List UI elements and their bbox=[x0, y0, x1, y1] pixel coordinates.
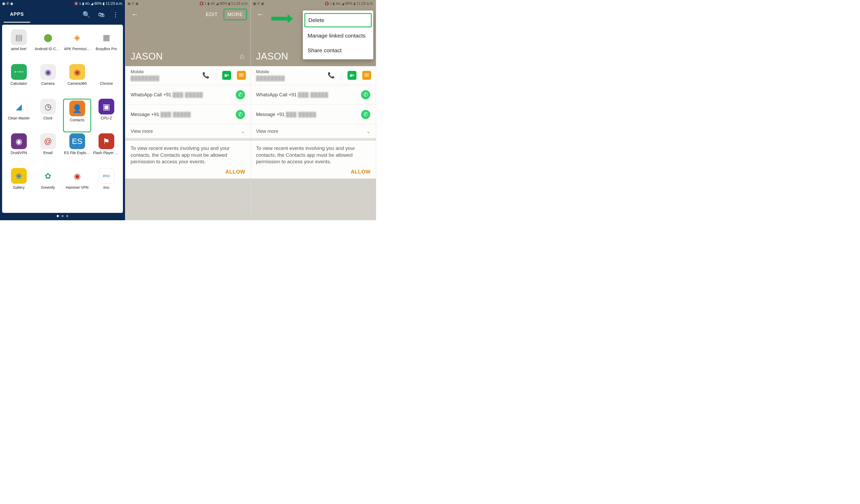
app-label: Camera bbox=[42, 81, 55, 86]
app-label: Contacts bbox=[70, 118, 84, 122]
whatsapp-icon[interactable]: ✆ bbox=[361, 109, 371, 119]
message-icon[interactable]: ✉ bbox=[362, 71, 371, 80]
svg-marker-1 bbox=[288, 14, 293, 23]
permission-text: To view recent events involving you and … bbox=[256, 145, 371, 165]
app-label: DroidVPN bbox=[11, 151, 27, 155]
app-imo[interactable]: imoimo bbox=[92, 168, 120, 202]
app-clean-master[interactable]: ◢Clean Master bbox=[5, 99, 33, 132]
tab-apps[interactable]: APPS bbox=[4, 7, 30, 23]
app-droidvpn[interactable]: ◉DroidVPN bbox=[5, 133, 33, 167]
call-icon[interactable]: 📞 bbox=[327, 71, 336, 80]
network-label: 4G bbox=[211, 2, 215, 5]
battery-pct: 80% bbox=[94, 1, 102, 5]
message-icon[interactable]: ✉ bbox=[237, 71, 246, 80]
status-bar: ▣ ✆ ◉ 🔇 1 ▮ 4G ◢ 80% ▮ 11:23 a.m. bbox=[0, 0, 125, 7]
status-bar: ▣ ✆ ◉ 🔇 1 ▮ 4G ◢ 80% ▮ 11:23 a.m. bbox=[125, 0, 250, 7]
signal-icon: ▮ bbox=[82, 2, 84, 5]
drawer-body: ▤airtel live!⬤Android ID Cha…◈APK Permis… bbox=[0, 23, 125, 220]
call-icon[interactable]: 📞 bbox=[201, 71, 211, 80]
app-calculator[interactable]: +−×÷Calculator bbox=[5, 64, 33, 98]
video-call-icon[interactable]: ■• bbox=[347, 71, 356, 80]
allow-button[interactable]: ALLOW bbox=[251, 169, 376, 178]
page-dot[interactable] bbox=[66, 215, 68, 217]
app-icon: ◯ bbox=[99, 64, 114, 80]
whatsapp-call-row[interactable]: WhatsApp Call +91 ███ █████ ✆ bbox=[251, 85, 376, 105]
network-label: 4G bbox=[336, 2, 340, 5]
app-icon: 👤 bbox=[69, 101, 85, 116]
page-indicator bbox=[2, 213, 123, 218]
app-hammer-vpn[interactable]: ◉Hammer VPN bbox=[63, 168, 91, 202]
search-icon[interactable]: 🔍 bbox=[80, 10, 93, 20]
whatsapp-msg-label: Message +91 bbox=[131, 112, 159, 117]
app-camera360[interactable]: ◉Camera360 bbox=[63, 64, 91, 98]
whatsapp-icon[interactable]: ✆ bbox=[235, 109, 245, 119]
app-label: Camera360 bbox=[68, 81, 87, 86]
whatsapp-message-row[interactable]: Message +91 ███ █████ ✆ bbox=[251, 105, 376, 124]
mute-icon: 🔇 bbox=[74, 2, 78, 5]
app-cpu-z[interactable]: ▣CPU-Z bbox=[92, 99, 120, 132]
menu-delete[interactable]: Delete bbox=[304, 13, 372, 27]
mute-icon: 🔇 bbox=[325, 2, 329, 5]
mobile-row[interactable]: Mobile ████████ 📞 ■• ✉ bbox=[125, 66, 250, 85]
app-label: Chrome bbox=[100, 81, 113, 86]
app-icon: ES bbox=[69, 133, 85, 149]
app-label: imo bbox=[103, 185, 110, 190]
video-call-icon[interactable]: ■• bbox=[222, 71, 231, 80]
whatsapp-message-row[interactable]: Message +91 ███ █████ ✆ bbox=[125, 105, 250, 124]
app-icon: ▦ bbox=[99, 29, 114, 45]
app-label: Email bbox=[43, 151, 53, 155]
view-more-row[interactable]: View more ⌄ bbox=[251, 124, 376, 141]
wa-number-blurred: ███ █████ bbox=[173, 92, 203, 98]
store-icon[interactable]: 🛍 bbox=[96, 10, 107, 20]
app-airtel-live-[interactable]: ▤airtel live! bbox=[5, 29, 33, 63]
messenger-icon: ◉ bbox=[135, 2, 139, 5]
app-icon: ◈ bbox=[69, 29, 85, 45]
favorite-star-icon[interactable]: ☆ bbox=[239, 52, 245, 61]
signal-icon: ◢ bbox=[216, 2, 218, 5]
signal-icon: ◢ bbox=[91, 2, 93, 5]
app-es-file-explorer[interactable]: ESES File Explorer bbox=[63, 133, 91, 167]
whatsapp-call-row[interactable]: WhatsApp Call +91 ███ █████ ✆ bbox=[125, 85, 250, 105]
app-icon: +−×÷ bbox=[11, 64, 27, 80]
app-chrome[interactable]: ◯Chrome bbox=[92, 64, 120, 98]
more-button[interactable]: MORE bbox=[224, 9, 247, 20]
page-dot[interactable] bbox=[57, 215, 59, 217]
menu-manage-linked[interactable]: Manage linked contacts bbox=[303, 28, 373, 43]
view-more-row[interactable]: View more ⌄ bbox=[125, 124, 250, 141]
contact-name: JASON bbox=[256, 51, 288, 62]
svg-rect-0 bbox=[271, 17, 288, 20]
signal-icon: ▮ bbox=[333, 2, 335, 5]
signal-icon: ▮ bbox=[207, 2, 209, 5]
menu-share-contact[interactable]: Share contact bbox=[303, 43, 373, 58]
page-dot[interactable] bbox=[61, 215, 63, 217]
screen-app-drawer: ▣ ✆ ◉ 🔇 1 ▮ 4G ◢ 80% ▮ 11:23 a.m. APPS 🔍… bbox=[0, 0, 125, 220]
app-icon: ◉ bbox=[40, 64, 56, 80]
app-contacts[interactable]: 👤Contacts bbox=[63, 99, 91, 132]
app-label: airtel live! bbox=[11, 47, 27, 51]
app-apk-permissio-[interactable]: ◈APK Permissio… bbox=[63, 29, 91, 63]
overflow-icon[interactable]: ⋮ bbox=[110, 10, 121, 20]
whatsapp-icon[interactable]: ✆ bbox=[361, 90, 371, 100]
app-icon: imo bbox=[99, 168, 114, 184]
app-gallery[interactable]: ❀Gallery bbox=[5, 168, 33, 202]
mobile-row[interactable]: Mobile ████████ 📞 ■• ✉ bbox=[251, 66, 376, 85]
back-icon[interactable]: ← bbox=[255, 9, 266, 20]
app-greenify[interactable]: ✿Greenify bbox=[34, 168, 62, 202]
app-grid[interactable]: ▤airtel live!⬤Android ID Cha…◈APK Permis… bbox=[2, 25, 123, 213]
app-icon: ⬤ bbox=[40, 29, 56, 45]
app-icon: ❀ bbox=[11, 168, 27, 184]
app-flash-player-s-[interactable]: ⚑Flash Player S… bbox=[92, 133, 120, 167]
edit-button[interactable]: EDIT bbox=[202, 10, 221, 19]
app-camera[interactable]: ◉Camera bbox=[34, 64, 62, 98]
allow-button[interactable]: ALLOW bbox=[125, 169, 250, 178]
sim-icon: 1 bbox=[330, 2, 332, 5]
notif-icon: ✆ bbox=[6, 2, 9, 5]
app-clock[interactable]: ◷Clock bbox=[34, 99, 62, 132]
network-label: 4G bbox=[85, 2, 89, 5]
app-android-id-cha-[interactable]: ⬤Android ID Cha… bbox=[34, 29, 62, 63]
whatsapp-icon[interactable]: ✆ bbox=[235, 90, 245, 100]
app-busybox-pro[interactable]: ▦BusyBox Pro bbox=[92, 29, 120, 63]
view-more-label: View more bbox=[256, 129, 278, 134]
back-icon[interactable]: ← bbox=[129, 9, 141, 20]
app-email[interactable]: @Email bbox=[34, 133, 62, 167]
